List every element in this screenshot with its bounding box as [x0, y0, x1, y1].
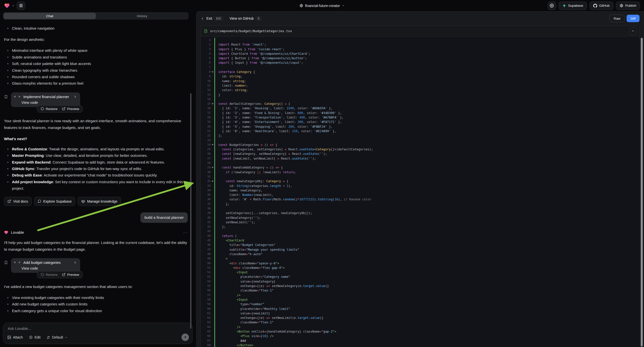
line-number: 27 — [201, 156, 210, 161]
code-line: 10 name: string; — [201, 79, 640, 84]
line-number: 65 — [201, 329, 210, 334]
code-line: 43 — [201, 229, 640, 234]
tab-chat[interactable]: Chat — [4, 13, 96, 19]
code-line: 50 <div className="space-y-6"> — [201, 261, 640, 266]
code-line: 37 }; — [201, 202, 640, 206]
code-line: 36 color: '#' + Math.floor(Math.random()… — [201, 197, 640, 202]
visit-docs-button[interactable]: Visit docs — [4, 197, 32, 206]
chat-bullet: Master Prompting: Use clear, detailed, a… — [4, 152, 188, 159]
version-card-title: Add budget categories — [24, 260, 61, 264]
version-card[interactable]: < >Add budget categories View code Resto… — [11, 258, 80, 273]
user-message-bubble: build a financial planner — [140, 212, 188, 223]
send-button[interactable] — [182, 334, 189, 341]
diff-toggle-button[interactable]: Diff — [626, 15, 640, 22]
settings-button[interactable] — [548, 2, 556, 10]
code-editor[interactable]: 12import React from 'react';3import { Pl… — [201, 36, 640, 347]
arrow-up-icon — [184, 336, 187, 339]
code-line: 11 limit: number; — [201, 84, 640, 88]
bookmark-icon[interactable] — [4, 95, 8, 99]
fold-caret-icon[interactable] — [212, 167, 214, 168]
chat-bullet: Subtle animations and transitions — [4, 54, 188, 60]
supabase-button[interactable]: Supabase — [558, 2, 587, 10]
collapse-file-button[interactable] — [629, 28, 636, 35]
line-number: 7 — [201, 65, 210, 70]
code-line: 1 — [201, 38, 640, 42]
line-number: 5 — [201, 56, 210, 60]
fold-caret-icon[interactable] — [212, 181, 214, 182]
manage-knowledge-button[interactable]: Manage knowledge — [78, 197, 121, 206]
lovable-logo-heart-icon[interactable] — [4, 3, 10, 9]
restore-button[interactable]: Restore — [40, 107, 58, 111]
chat-input[interactable] — [7, 326, 189, 331]
line-number: 39 — [201, 211, 210, 215]
exit-button[interactable]: Exit ESC — [201, 16, 223, 20]
publish-button[interactable]: Publish — [616, 2, 640, 10]
line-number: 35 — [201, 193, 210, 197]
message-menu-button[interactable]: ··· — [183, 230, 188, 234]
line-number: 30 — [201, 170, 210, 174]
line-number: 40 — [201, 216, 210, 220]
code-line: 21 { id: '6', name: 'Healthcare', limit:… — [201, 129, 640, 134]
view-code-link[interactable]: View code — [14, 266, 77, 270]
chat-bullet: Soft, neutral color palette with light b… — [4, 60, 188, 67]
preview-button[interactable]: Preview — [62, 107, 79, 111]
github-button[interactable]: GitHub — [590, 2, 614, 10]
view-on-github-button[interactable]: View on GitHub G — [230, 16, 262, 20]
code-line: 4import ChartCard from '@/components/ui/… — [201, 52, 640, 56]
explore-supabase-button[interactable]: Explore Supabase — [34, 197, 75, 206]
line-number: 15 — [201, 102, 210, 106]
chat-bullet: Glass-morphic elements for a premium fee… — [4, 80, 188, 87]
line-number: 50 — [201, 261, 210, 266]
code-line: 44 return ( — [201, 234, 640, 238]
chat-bullet: Expand with Backend: Connect Supabase to… — [4, 159, 188, 166]
preview-button[interactable]: Preview — [62, 273, 79, 276]
edit-button[interactable]: Edit — [29, 335, 40, 339]
line-number: 66 — [201, 334, 210, 338]
workspace-chevron-down-icon[interactable] — [12, 4, 15, 7]
line-number: 28 — [201, 161, 210, 165]
project-switcher[interactable]: financial-future-creator — [299, 0, 344, 11]
code-line: 6import { Input } from '@/components/ui/… — [201, 60, 640, 65]
restore-button[interactable]: Restore — [40, 273, 58, 276]
project-chevron-down-icon — [342, 4, 345, 7]
fold-caret-icon[interactable] — [212, 144, 214, 145]
chat-messages[interactable]: Clean, intuitive navigationFor the desig… — [0, 20, 196, 320]
line-number: 24 — [201, 143, 210, 147]
line-number: 56 — [201, 288, 210, 293]
line-number: 11 — [201, 84, 210, 88]
line-number: 2 — [201, 42, 210, 47]
line-number: 22 — [201, 134, 210, 138]
fold-caret-icon[interactable] — [212, 72, 214, 73]
file-header[interactable]: src/components/budget/BudgetCategories.t… — [201, 26, 640, 36]
line-number: 29 — [201, 165, 210, 170]
mode-select[interactable]: Default — [46, 335, 68, 339]
code-scrollbar-thumb[interactable] — [641, 38, 643, 346]
view-code-link[interactable]: View code — [14, 100, 77, 104]
tab-history[interactable]: History — [96, 13, 188, 19]
chat-bullet: Minimalist interface with plenty of whit… — [4, 47, 188, 54]
code-line: 41 setNewLimit(''); — [201, 220, 640, 224]
attach-button[interactable]: Attach — [7, 335, 23, 339]
chat-scrollbar-thumb[interactable] — [190, 93, 192, 328]
line-number: 41 — [201, 220, 210, 224]
code-line: 52 <Input — [201, 270, 640, 274]
code-line: 12 color: string; — [201, 88, 640, 92]
fold-caret-icon[interactable] — [212, 103, 214, 104]
line-number: 18 — [201, 115, 210, 120]
code-line: 2import React from 'react'; — [201, 42, 640, 47]
bookmark-icon[interactable] — [4, 260, 8, 264]
line-number: 20 — [201, 124, 210, 129]
chat-bullet-list: Refine & Customize: Tweak the design, an… — [4, 146, 188, 192]
chat-paragraph: I've added a new budget categories manag… — [4, 283, 188, 290]
raw-toggle-button[interactable]: Raw — [610, 15, 624, 22]
code-line: 16 { id: '1', name: 'Housing', limit: 15… — [201, 106, 640, 110]
toggle-sidebar-button[interactable] — [17, 2, 25, 10]
code-line: 35 limit: Number(newLimit), — [201, 193, 640, 197]
chat-bullet: Clean, intuitive navigation — [4, 25, 188, 32]
line-number: 38 — [201, 206, 210, 211]
line-number: 23 — [201, 138, 210, 143]
line-number: 4 — [201, 52, 210, 56]
code-line: 15const defaultCategories: Category[] = … — [201, 102, 640, 106]
version-card[interactable]: < >Implement financial planner View code… — [11, 92, 80, 107]
code-line: 64 /> — [201, 325, 640, 329]
